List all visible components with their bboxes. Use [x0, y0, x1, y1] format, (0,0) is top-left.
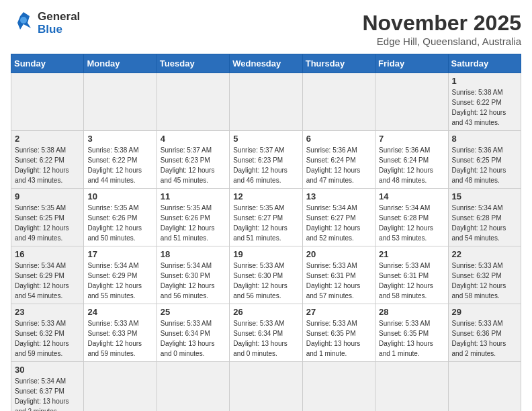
calendar-cell: 15Sunrise: 5:34 AM Sunset: 6:28 PM Dayli…: [448, 189, 521, 246]
day-number: 2: [15, 134, 80, 144]
svg-point-1: [20, 17, 27, 24]
calendar-cell: 2Sunrise: 5:38 AM Sunset: 6:22 PM Daylig…: [11, 131, 84, 189]
logo-blue-text: Blue: [38, 24, 80, 36]
day-number: 26: [233, 307, 298, 317]
calendar-week-row: 1Sunrise: 5:38 AM Sunset: 6:22 PM Daylig…: [11, 73, 521, 131]
day-number: 11: [161, 191, 226, 201]
day-number: 12: [233, 191, 298, 201]
day-number: 28: [379, 307, 444, 317]
calendar-table: SundayMondayTuesdayWednesdayThursdayFrid…: [11, 54, 521, 411]
calendar-cell: [375, 73, 448, 131]
calendar-cell: 22Sunrise: 5:33 AM Sunset: 6:32 PM Dayli…: [448, 246, 521, 304]
calendar-cell: [84, 73, 157, 131]
weekday-header-row: SundayMondayTuesdayWednesdayThursdayFrid…: [11, 54, 521, 73]
calendar-cell: 29Sunrise: 5:33 AM Sunset: 6:36 PM Dayli…: [448, 304, 521, 362]
calendar-week-row: 16Sunrise: 5:34 AM Sunset: 6:29 PM Dayli…: [11, 246, 521, 304]
calendar-cell: 1Sunrise: 5:38 AM Sunset: 6:22 PM Daylig…: [448, 73, 521, 131]
calendar-cell: 10Sunrise: 5:35 AM Sunset: 6:26 PM Dayli…: [84, 189, 157, 246]
calendar-cell: 30Sunrise: 5:34 AM Sunset: 6:37 PM Dayli…: [11, 362, 84, 412]
day-number: 27: [306, 307, 371, 317]
day-info: Sunrise: 5:35 AM Sunset: 6:26 PM Dayligh…: [161, 203, 226, 243]
calendar-week-row: 30Sunrise: 5:34 AM Sunset: 6:37 PM Dayli…: [11, 362, 521, 412]
weekday-header-monday: Monday: [84, 54, 157, 73]
day-info: Sunrise: 5:33 AM Sunset: 6:34 PM Dayligh…: [233, 318, 298, 359]
calendar-cell: 12Sunrise: 5:35 AM Sunset: 6:27 PM Dayli…: [230, 189, 302, 246]
calendar-week-row: 2Sunrise: 5:38 AM Sunset: 6:22 PM Daylig…: [11, 131, 521, 189]
calendar-cell: 14Sunrise: 5:34 AM Sunset: 6:28 PM Dayli…: [375, 189, 448, 246]
day-number: 20: [306, 249, 371, 259]
day-info: Sunrise: 5:34 AM Sunset: 6:29 PM Dayligh…: [15, 261, 80, 301]
calendar-cell: 19Sunrise: 5:33 AM Sunset: 6:30 PM Dayli…: [230, 246, 302, 304]
logo: General Blue: [11, 11, 80, 36]
weekday-header-tuesday: Tuesday: [157, 54, 229, 73]
calendar-cell: 18Sunrise: 5:34 AM Sunset: 6:30 PM Dayli…: [157, 246, 229, 304]
month-title: November 2025: [362, 11, 521, 36]
day-number: 9: [15, 191, 80, 201]
day-number: 7: [379, 134, 444, 144]
calendar-cell: 13Sunrise: 5:34 AM Sunset: 6:27 PM Dayli…: [302, 189, 375, 246]
day-info: Sunrise: 5:36 AM Sunset: 6:24 PM Dayligh…: [306, 145, 371, 185]
calendar-cell: [157, 362, 229, 412]
day-info: Sunrise: 5:33 AM Sunset: 6:34 PM Dayligh…: [161, 318, 226, 359]
day-info: Sunrise: 5:38 AM Sunset: 6:22 PM Dayligh…: [87, 145, 152, 185]
calendar-cell: [230, 362, 302, 412]
day-info: Sunrise: 5:36 AM Sunset: 6:24 PM Dayligh…: [379, 145, 444, 185]
day-info: Sunrise: 5:34 AM Sunset: 6:28 PM Dayligh…: [452, 203, 517, 243]
day-number: 14: [379, 191, 444, 201]
day-info: Sunrise: 5:34 AM Sunset: 6:29 PM Dayligh…: [87, 261, 152, 301]
page-header: General Blue November 2025 Edge Hill, Qu…: [11, 11, 521, 47]
day-number: 29: [452, 307, 517, 317]
day-number: 17: [87, 249, 152, 259]
day-number: 10: [87, 191, 152, 201]
day-info: Sunrise: 5:33 AM Sunset: 6:31 PM Dayligh…: [379, 261, 444, 301]
logo-general-text: General: [38, 11, 80, 24]
day-info: Sunrise: 5:33 AM Sunset: 6:33 PM Dayligh…: [87, 318, 152, 359]
day-info: Sunrise: 5:34 AM Sunset: 6:30 PM Dayligh…: [161, 261, 226, 301]
weekday-header-thursday: Thursday: [302, 54, 375, 73]
calendar-cell: [302, 73, 375, 131]
day-info: Sunrise: 5:33 AM Sunset: 6:30 PM Dayligh…: [233, 261, 298, 301]
day-number: 19: [233, 249, 298, 259]
day-info: Sunrise: 5:34 AM Sunset: 6:27 PM Dayligh…: [306, 203, 371, 243]
weekday-header-sunday: Sunday: [11, 54, 84, 73]
calendar-cell: 6Sunrise: 5:36 AM Sunset: 6:24 PM Daylig…: [302, 131, 375, 189]
location-subtitle: Edge Hill, Queensland, Australia: [362, 36, 521, 47]
logo-icon: [11, 11, 36, 36]
day-number: 16: [15, 249, 80, 259]
calendar-cell: 4Sunrise: 5:37 AM Sunset: 6:23 PM Daylig…: [157, 131, 229, 189]
weekday-header-saturday: Saturday: [448, 54, 521, 73]
calendar-week-row: 9Sunrise: 5:35 AM Sunset: 6:25 PM Daylig…: [11, 189, 521, 246]
day-number: 21: [379, 249, 444, 259]
calendar-cell: 25Sunrise: 5:33 AM Sunset: 6:34 PM Dayli…: [157, 304, 229, 362]
calendar-cell: 16Sunrise: 5:34 AM Sunset: 6:29 PM Dayli…: [11, 246, 84, 304]
logo-wrapper: General Blue: [11, 11, 80, 36]
calendar-cell: 21Sunrise: 5:33 AM Sunset: 6:31 PM Dayli…: [375, 246, 448, 304]
calendar-cell: 24Sunrise: 5:33 AM Sunset: 6:33 PM Dayli…: [84, 304, 157, 362]
day-info: Sunrise: 5:33 AM Sunset: 6:32 PM Dayligh…: [15, 318, 80, 359]
day-info: Sunrise: 5:33 AM Sunset: 6:35 PM Dayligh…: [379, 318, 444, 359]
calendar-cell: [230, 73, 302, 131]
calendar-cell: 20Sunrise: 5:33 AM Sunset: 6:31 PM Dayli…: [302, 246, 375, 304]
day-number: 22: [452, 249, 517, 259]
weekday-header-wednesday: Wednesday: [230, 54, 302, 73]
calendar-cell: 3Sunrise: 5:38 AM Sunset: 6:22 PM Daylig…: [84, 131, 157, 189]
calendar-cell: 5Sunrise: 5:37 AM Sunset: 6:23 PM Daylig…: [230, 131, 302, 189]
day-number: 8: [452, 134, 517, 144]
calendar-cell: 7Sunrise: 5:36 AM Sunset: 6:24 PM Daylig…: [375, 131, 448, 189]
title-area: November 2025 Edge Hill, Queensland, Aus…: [362, 11, 521, 47]
day-number: 13: [306, 191, 371, 201]
calendar-week-row: 23Sunrise: 5:33 AM Sunset: 6:32 PM Dayli…: [11, 304, 521, 362]
day-number: 5: [233, 134, 298, 144]
day-info: Sunrise: 5:37 AM Sunset: 6:23 PM Dayligh…: [161, 145, 226, 185]
day-info: Sunrise: 5:38 AM Sunset: 6:22 PM Dayligh…: [15, 145, 80, 185]
calendar-cell: [448, 362, 521, 412]
day-info: Sunrise: 5:35 AM Sunset: 6:27 PM Dayligh…: [233, 203, 298, 243]
day-info: Sunrise: 5:35 AM Sunset: 6:26 PM Dayligh…: [87, 203, 152, 243]
day-number: 23: [15, 307, 80, 317]
day-info: Sunrise: 5:33 AM Sunset: 6:32 PM Dayligh…: [452, 261, 517, 301]
day-number: 6: [306, 134, 371, 144]
calendar-cell: 9Sunrise: 5:35 AM Sunset: 6:25 PM Daylig…: [11, 189, 84, 246]
day-number: 1: [452, 76, 517, 86]
day-info: Sunrise: 5:34 AM Sunset: 6:28 PM Dayligh…: [379, 203, 444, 243]
calendar-cell: 28Sunrise: 5:33 AM Sunset: 6:35 PM Dayli…: [375, 304, 448, 362]
